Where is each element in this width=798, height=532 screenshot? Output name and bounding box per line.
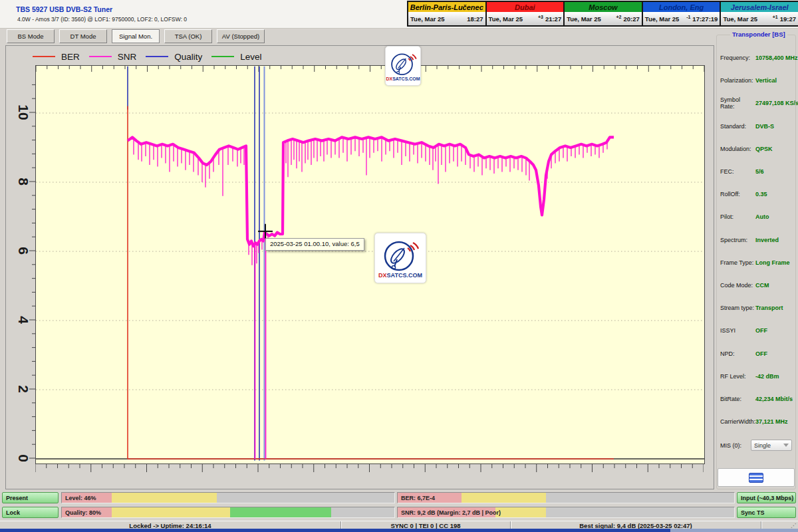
signal-plot-svg (36, 66, 704, 464)
field-value: -42 dBm (755, 373, 779, 380)
field-value: Transport (755, 305, 783, 311)
transponder-row-carrierwidth: CarrierWidth:37,121 MHz (720, 410, 795, 433)
transponder-row-pilot: Pilot:Auto (720, 205, 795, 228)
transponder-panel: Transponder [BS] Frequency:10758,400 MHz… (716, 29, 797, 491)
bar-zone (462, 493, 546, 503)
clock-hhmm: 21:27 (545, 15, 561, 23)
satellite-dish-icon (388, 51, 418, 76)
watermark-text: DXSATCS.COM (386, 76, 420, 81)
y-axis-label: 2 (17, 376, 29, 402)
field-label: RF Level: (720, 373, 755, 380)
clock-utc-offset: +3 (523, 15, 545, 19)
dxsatcs-watermark-large: DXSATCS.COM (374, 233, 426, 283)
tab-av-stopped[interactable]: AV (Stopped) (217, 29, 265, 43)
clock-time: Tue, Mar 2518:27 (408, 12, 485, 25)
field-value: Inverted (755, 237, 779, 243)
transponder-row-rolloff: RollOff:0.35 (720, 183, 795, 205)
field-label: NPD: (720, 350, 755, 357)
transponder-row-fec: FEC:5/6 (720, 160, 795, 183)
field-value: Long Frame (755, 259, 790, 266)
present-indicator: Present (2, 492, 59, 503)
transponder-title: Transponder [BS] (730, 31, 787, 38)
field-label: Spectrum: (720, 237, 755, 243)
field-value: OFF (755, 327, 767, 334)
clock-time: Tue, Mar 25+321:27 (487, 12, 564, 25)
legend-swatch (33, 56, 55, 57)
mis-row: MIS (0): Single (720, 440, 794, 451)
transponder-rows: Frequency:10758,400 MHzPolarization:Vert… (720, 47, 795, 433)
field-value: DVB-S (755, 123, 774, 130)
tab-tsa-ok[interactable]: TSA (OK) (164, 29, 212, 43)
y-axis-label: 6 (17, 237, 29, 264)
transponder-row-code-mode: Code Mode:CCM (720, 274, 795, 297)
transponder-row-polarization: Polarization:Vertical (720, 69, 795, 92)
clock-hhmm: 17:27:19 (692, 15, 718, 23)
field-label: Standard: (720, 123, 755, 130)
transponder-row-frame-type: Frame Type:Long Frame (720, 251, 795, 274)
clock-date: Tue, Mar 25 (489, 15, 523, 23)
signal-bar-quality: Quality: 80% (61, 507, 395, 518)
bar-label: BER: 6,7E-4 (401, 495, 435, 501)
field-label: ISSYI (720, 327, 755, 334)
field-value: CCM (755, 282, 769, 289)
clock-moscow: MoscowTue, Mar 25+220:27 (565, 2, 642, 25)
field-label: BitRate: (720, 396, 755, 402)
clock-city: Dubai (487, 2, 564, 12)
clock-time: Tue, Mar 25+220:27 (565, 12, 642, 25)
clock-city: Jerusalem-Israel (721, 2, 798, 12)
clock-utc-offset: -1 (679, 15, 692, 19)
transponder-row-issyi: ISSYIOFF (720, 319, 795, 342)
title-bar: TBS 5927 USB DVB-S2 Tuner 4.0W - Amos 3/… (0, 0, 798, 29)
field-value: Auto (755, 213, 769, 220)
snapshot-icon (749, 473, 763, 483)
legend-swatch (211, 56, 234, 57)
y-axis-label: 4 (17, 307, 29, 333)
field-label: Polarization: (720, 77, 755, 84)
legend-item-ber: BER (33, 52, 80, 62)
legend-item-quality: Quality (146, 52, 202, 62)
field-label: Pilot: (720, 213, 755, 220)
tab-signal-mon[interactable]: Signal Mon. (112, 29, 160, 43)
clock-dubai: DubaiTue, Mar 25+321:27 (487, 2, 564, 25)
transponder-row-standard: Standard:DVB-S (720, 115, 795, 138)
field-label: Frequency: (720, 55, 755, 61)
chart-area: BERSNRQualityLevel DXSATCS.COM (5, 45, 714, 489)
world-clocks: Berlin-Paris-LučenecTue, Mar 2518:27Duba… (407, 1, 798, 27)
clock-city: London, Eng (643, 2, 720, 12)
clock-london-eng: London, EngTue, Mar 25-117:27:19 (643, 2, 720, 25)
dxsatcs-watermark-small: DXSATCS.COM (385, 46, 421, 86)
bar-label: Level: 46% (65, 495, 96, 501)
clock-jerusalem-israel: Jerusalem-IsraelTue, Mar 25+119:27 (721, 2, 798, 25)
mis-label: MIS (0): (720, 442, 751, 449)
field-label: RollOff: (720, 191, 755, 198)
tab-bar: BS ModeDT ModeSignal Mon.TSA (OK)AV (Sto… (0, 29, 798, 45)
tab-bs-mode[interactable]: BS Mode (7, 29, 55, 43)
sync-ts-indicator: Sync TS (737, 507, 796, 518)
clock-date: Tue, Mar 25 (410, 15, 445, 23)
field-value: 37,121 MHz (755, 418, 788, 425)
clock-city: Moscow (565, 2, 642, 12)
legend-swatch (146, 56, 168, 57)
signal-plot[interactable] (35, 65, 705, 464)
transponder-row-modulation: Modulation:QPSK (720, 138, 795, 160)
clock-utc-offset: +2 (601, 15, 624, 19)
clock-date: Tue, Mar 25 (723, 15, 757, 23)
snapshot-button[interactable] (718, 468, 795, 487)
clock-hhmm: 18:27 (467, 15, 483, 23)
tab-dt-mode[interactable]: DT Mode (59, 29, 107, 43)
signal-row-present: Present Input (~40,3 Mbps) Level: 46%BER… (0, 491, 798, 505)
clock-time: Tue, Mar 25+119:27 (721, 12, 798, 25)
x-axis-ticks (35, 464, 704, 473)
chevron-down-icon (783, 444, 789, 447)
bar-label: SNR: 9,2 dB (Margin: 2,7 dB | Poor) (401, 509, 501, 516)
bottom-blue-strip-light (670, 529, 798, 532)
legend-label: Level (240, 52, 261, 62)
transponder-row-stream-type: Stream type:Transport (720, 297, 795, 319)
transponder-row-symbol-rate: Symbol Rate:27497,108 KS/s (720, 92, 795, 114)
y-axis-label: 8 (17, 168, 29, 195)
legend-label: Quality (174, 52, 202, 62)
chart-legend: BERSNRQualityLevel (33, 49, 271, 65)
field-value: 5/6 (755, 168, 764, 175)
field-label: Frame Type: (720, 259, 755, 266)
mis-select[interactable]: Single (751, 440, 792, 451)
